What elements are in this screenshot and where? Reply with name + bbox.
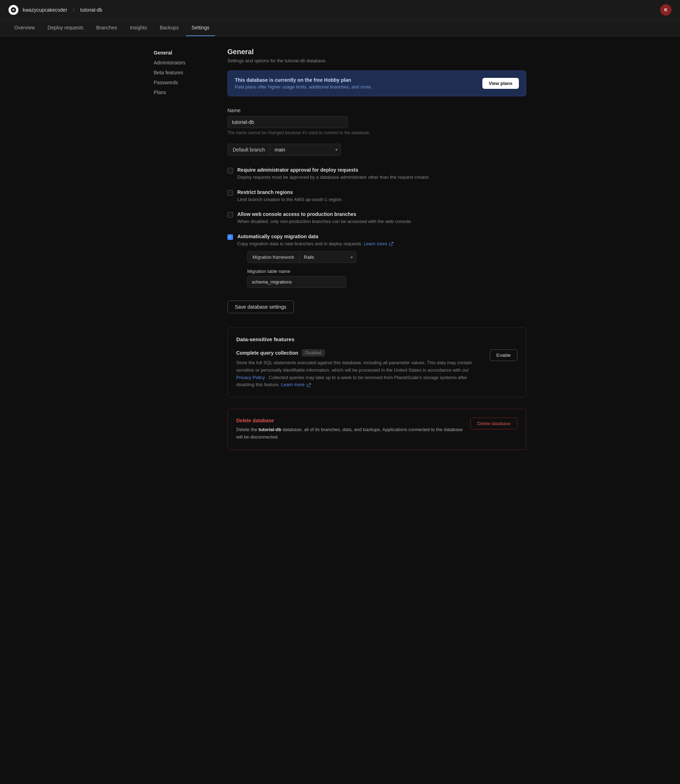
checkbox-require-admin[interactable] [227,168,233,173]
save-database-settings-button[interactable]: Save database settings [227,300,294,313]
sidebar-item-administrators[interactable]: Administrators [154,58,210,68]
tab-deploy-requests[interactable]: Deploy requests [42,20,89,36]
sub-nav: Overview Deploy requests Branches Insigh… [0,20,680,36]
checkbox-row-restrict-regions: Restrict branch regions Limit branch cre… [227,189,526,203]
tab-branches[interactable]: Branches [91,20,123,36]
checkbox-desc-require-admin: Deploy requests must be approved by a da… [237,174,430,181]
avatar[interactable]: K [660,4,672,16]
name-form-group: Name The name cannot be changed because … [227,108,526,135]
migration-table-label: Migration table name [247,269,394,274]
learn-more-link-query[interactable]: Learn more [281,382,311,387]
privacy-policy-link[interactable]: Privacy Policy [236,375,265,380]
default-branch-select-wrapper: main dev staging ▾ [270,144,341,156]
delete-desc: Delete the tutorial-db database, all of … [236,426,463,441]
upgrade-banner: This database is currently on the free H… [227,71,526,96]
sidebar-item-passwords[interactable]: Passwords [154,77,210,87]
logo[interactable] [8,5,19,15]
default-branch-select[interactable]: main dev staging [270,144,341,156]
checkbox-row-auto-migration: Automatically copy migration data Copy m… [227,234,526,288]
checkbox-label-restrict-regions: Restrict branch regions [237,189,343,195]
checkbox-label-require-admin: Require administrator approval for deplo… [237,167,430,173]
feature-desc: Store the full SQL statements executed a… [236,359,477,389]
checkbox-row-require-admin: Require administrator approval for deplo… [227,167,526,181]
org-name[interactable]: kwazycupcakecoder [23,7,67,13]
delete-content: Delete database Delete the tutorial-db d… [236,418,463,441]
enable-button[interactable]: Enable [490,349,518,361]
migration-framework-select-wrapper: Rails Django Laravel Flyway Liquibase Ot… [300,251,356,263]
page-title: General [227,48,526,56]
delete-database-box: Delete database Delete the tutorial-db d… [227,409,526,450]
upgrade-banner-text: This database is currently on the free H… [235,77,372,90]
data-sensitive-title: Data-sensitive features [236,336,518,342]
sidebar-item-plans[interactable]: Plans [154,87,210,97]
page-subtitle: Settings and options for the tutorial-db… [227,58,526,63]
migration-sub-options: Migration framework Rails Django Laravel… [247,251,394,288]
feature-row-complete-query: Complete query collection Disabled Store… [236,349,518,389]
checkbox-desc-web-console: When disabled, only non-production branc… [237,218,412,225]
status-badge: Disabled [302,349,325,357]
checkbox-restrict-regions[interactable] [227,190,233,196]
feature-name-row: Complete query collection Disabled [236,349,477,357]
checkbox-desc-restrict-regions: Limit branch creation to the AWS ap-sout… [237,196,343,203]
data-sensitive-box: Data-sensitive features Complete query c… [227,327,526,397]
top-bar: kwazycupcakecoder / tutorial-db K [0,0,680,20]
checkbox-auto-migration[interactable] [227,234,233,240]
tab-overview[interactable]: Overview [8,20,40,36]
name-label: Name [227,108,526,113]
checkbox-label-web-console: Allow web console access to production b… [237,211,412,217]
migration-framework-row: Migration framework Rails Django Laravel… [247,251,394,263]
default-branch-row: Default branch main dev staging ▾ [227,144,526,156]
feature-name: Complete query collection [236,350,298,356]
db-name[interactable]: tutorial-db [80,7,102,13]
sidebar-item-beta-features[interactable]: Beta features [154,68,210,77]
sidebar: General Administrators Beta features Pas… [154,48,210,450]
migration-table-input[interactable] [247,276,346,288]
tab-backups[interactable]: Backups [154,20,184,36]
upgrade-banner-title: This database is currently on the free H… [235,77,372,83]
sidebar-item-general[interactable]: General [154,48,210,58]
delete-db-name: tutorial-db [258,427,281,432]
external-link-icon-query [307,383,311,387]
checkbox-content-require-admin: Require administrator approval for deplo… [237,167,430,181]
learn-more-link-migration[interactable]: Learn more [364,241,394,246]
migration-framework-select[interactable]: Rails Django Laravel Flyway Liquibase Ot… [300,251,356,263]
checkbox-content-web-console: Allow web console access to production b… [237,211,412,225]
external-link-icon [389,242,394,246]
delete-database-button[interactable]: Delete database [470,418,518,429]
checkbox-content-restrict-regions: Restrict branch regions Limit branch cre… [237,189,343,203]
breadcrumb-sep: / [73,7,74,13]
checkbox-row-web-console: Allow web console access to production b… [227,211,526,225]
default-branch-label: Default branch [227,144,270,156]
name-input[interactable] [227,116,348,128]
checkbox-label-auto-migration: Automatically copy migration data [237,234,394,239]
migration-table-group: Migration table name [247,269,394,288]
upgrade-banner-subtitle: Paid plans offer higher usage limits, ad… [235,84,372,90]
checkbox-desc-auto-migration: Copy migration data to new branches and … [237,240,394,247]
feature-content: Complete query collection Disabled Store… [236,349,477,389]
main-content: General Settings and options for the tut… [227,48,526,450]
checkbox-web-console[interactable] [227,212,233,218]
delete-title: Delete database [236,418,463,423]
checkbox-content-auto-migration: Automatically copy migration data Copy m… [237,234,394,288]
tab-insights[interactable]: Insights [124,20,153,36]
view-plans-button[interactable]: View plans [482,78,519,89]
checkbox-group: Require administrator approval for deplo… [227,167,526,288]
name-hint: The name cannot be changed because it's … [227,130,526,135]
tab-settings[interactable]: Settings [186,20,215,36]
migration-framework-label: Migration framework [247,251,300,263]
page-content: General Administrators Beta features Pas… [145,36,535,461]
